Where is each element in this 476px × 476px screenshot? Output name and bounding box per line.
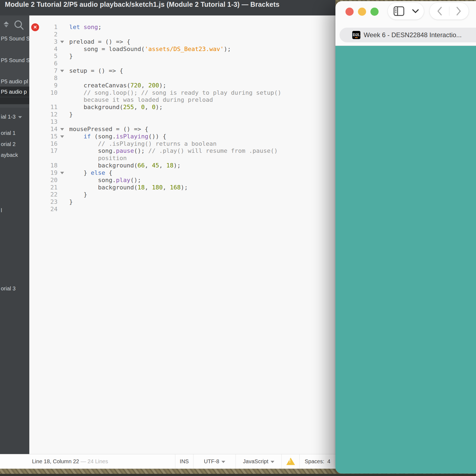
code-row: 10 // song.loop(); // song is ready to p… bbox=[29, 89, 335, 97]
cursor-position: Line 18, Column 22 — 24 Lines bbox=[32, 454, 108, 469]
project-tree-item[interactable]: ayback bbox=[0, 150, 29, 160]
code-row: 17 song.pause(); // .play() will resume … bbox=[29, 147, 335, 155]
fold-arrow-icon[interactable] bbox=[60, 41, 64, 43]
tab-week6[interactable]: D2L Week 6 - DESN22848 Interactio... bbox=[339, 28, 476, 42]
working-file-item[interactable]: P5 Sound S bbox=[0, 33, 29, 44]
sidebar-toggle-icon[interactable] bbox=[393, 6, 405, 16]
sort-icon[interactable] bbox=[4, 21, 9, 28]
window-titlebar: Module 2 Tutorial 2/P5 audio playback/sk… bbox=[0, 0, 335, 15]
search-icon[interactable] bbox=[13, 19, 25, 31]
code-row: 18 background(66, 45, 18); bbox=[29, 162, 335, 169]
back-icon[interactable] bbox=[437, 7, 443, 16]
project-tree-item[interactable]: orial 3 bbox=[0, 283, 29, 294]
zoom-button[interactable] bbox=[370, 8, 379, 16]
code-row: 11 background(255, 0, 0); bbox=[29, 104, 335, 111]
code-row: 12} bbox=[29, 111, 335, 118]
code-row: 21 background(18, 180, 168); bbox=[29, 184, 335, 191]
project-dropdown[interactable]: ial 1-3 bbox=[0, 112, 29, 122]
project-tree-item[interactable]: l bbox=[0, 205, 29, 215]
insert-mode-toggle[interactable]: INS bbox=[175, 454, 193, 469]
desktop-edge bbox=[0, 474, 476, 476]
code-row: position bbox=[29, 155, 335, 162]
code-row: 13 bbox=[29, 118, 335, 126]
fold-arrow-icon[interactable] bbox=[60, 172, 64, 174]
project-tree-item[interactable]: orial 1 bbox=[0, 128, 29, 138]
code-row: 22 } bbox=[29, 191, 335, 198]
code-row: 9 createCanvas(720, 200); bbox=[29, 82, 335, 89]
safari-window: D2L Week 6 - DESN22848 Interactio... bbox=[335, 1, 476, 474]
code-row: 5} bbox=[29, 53, 335, 60]
line-count: — 24 Lines bbox=[81, 458, 108, 464]
tab-bar: D2L Week 6 - DESN22848 Interactio... bbox=[335, 27, 476, 46]
fold-arrow-icon[interactable] bbox=[60, 135, 64, 138]
code-row: 20 song.play(); bbox=[29, 177, 335, 184]
language-dropdown[interactable]: JavaScript bbox=[236, 454, 281, 469]
working-file-item[interactable]: P5 audio p bbox=[0, 87, 29, 97]
chevron-down-icon bbox=[18, 116, 22, 118]
fold-arrow-icon[interactable] bbox=[60, 128, 64, 131]
project-tree-item[interactable]: orial 2 bbox=[0, 139, 29, 149]
code-row: ✕1let song; bbox=[29, 24, 335, 31]
code-row: 14mousePressed = () => { bbox=[29, 126, 335, 133]
chevron-down-icon bbox=[271, 461, 274, 463]
status-bar: Line 18, Column 22 — 24 Lines INS UTF-8 … bbox=[0, 454, 335, 469]
code-editor[interactable]: ✕1let song;23preload = () => {4 song = l… bbox=[29, 15, 335, 454]
navigation-group bbox=[430, 3, 469, 20]
working-file-item[interactable] bbox=[0, 97, 29, 104]
lint-warning-button[interactable] bbox=[281, 454, 299, 469]
code-row: 4 song = loadSound('assets/DS_Beat23.wav… bbox=[29, 46, 335, 53]
window-title: Module 2 Tutorial 2/P5 audio playback/sk… bbox=[5, 1, 280, 8]
code-row: because it was loaded during preload bbox=[29, 96, 335, 104]
code-row: 19 } else { bbox=[29, 169, 335, 177]
divider bbox=[449, 7, 449, 16]
tab-title: Week 6 - DESN22848 Interactio... bbox=[364, 28, 462, 42]
warning-icon bbox=[286, 458, 295, 465]
chevron-down-icon[interactable] bbox=[412, 9, 419, 14]
close-button[interactable] bbox=[345, 8, 354, 16]
forward-icon[interactable] bbox=[456, 7, 462, 16]
encoding-dropdown[interactable]: UTF-8 bbox=[193, 454, 236, 469]
code-row: 16 // .isPlaying() returns a boolean bbox=[29, 140, 335, 148]
code-row: 3preload = () => { bbox=[29, 38, 335, 46]
chevron-down-icon bbox=[221, 461, 225, 463]
indent-spaces-setting[interactable]: Spaces: 4 bbox=[299, 454, 335, 469]
minimize-button[interactable] bbox=[358, 8, 366, 16]
code-row: 6 bbox=[29, 60, 335, 67]
code-row: 24 bbox=[29, 206, 335, 213]
working-file-item[interactable]: P5 audio pl bbox=[0, 76, 29, 87]
sidebar-toolbar bbox=[0, 19, 29, 31]
browser-content bbox=[335, 46, 476, 474]
brackets-window: Module 2 Tutorial 2/P5 audio playback/sk… bbox=[0, 0, 335, 469]
code-row: 15 if (song.isPlaying()) { bbox=[29, 133, 335, 140]
d2l-favicon: D2L bbox=[352, 31, 360, 39]
file-sidebar: P5 Sound SP5 Sound SyP5 audio plP5 audio… bbox=[0, 15, 29, 454]
code-row: 7setup = () => { bbox=[29, 67, 335, 75]
error-icon[interactable]: ✕ bbox=[31, 23, 39, 31]
sidebar-toggle-group bbox=[388, 3, 424, 20]
code-row: 8 bbox=[29, 75, 335, 82]
fold-arrow-icon[interactable] bbox=[60, 70, 64, 72]
working-file-item[interactable]: P5 Sound Sy bbox=[0, 55, 29, 65]
code-row: 2 bbox=[29, 31, 335, 38]
code-row: 23} bbox=[29, 198, 335, 206]
